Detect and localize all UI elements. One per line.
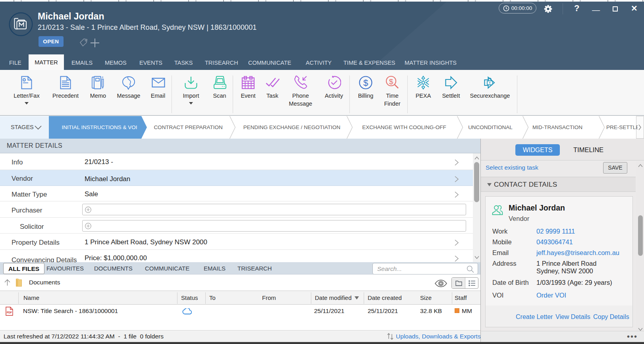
svg-text:$: $ [363,78,368,88]
svg-text:$: $ [389,77,393,86]
svg-text:PDF: PDF [7,311,12,314]
